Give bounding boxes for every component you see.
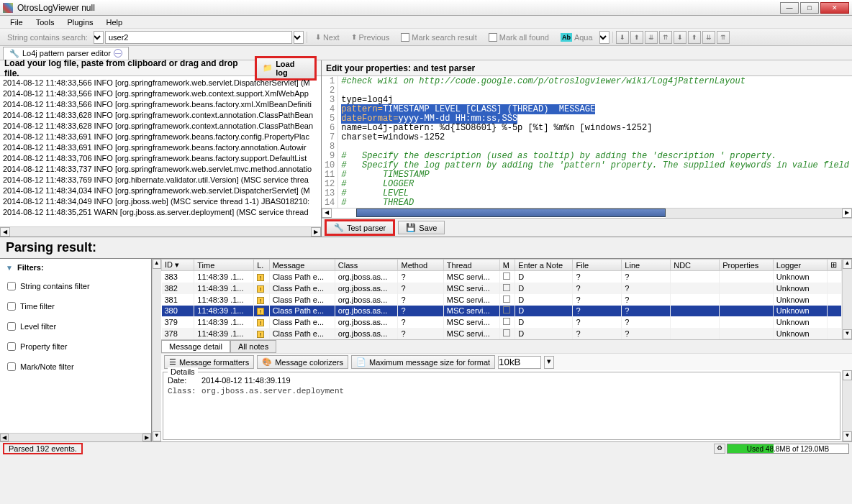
search-history-combo[interactable]: [294, 31, 304, 44]
code-hscroll[interactable]: ◀▶: [322, 208, 852, 218]
mark-checkbox[interactable]: [503, 272, 510, 280]
col-header[interactable]: File: [573, 260, 622, 271]
tool-btn-6[interactable]: ⬆: [688, 31, 701, 44]
minimize-button[interactable]: —: [780, 2, 799, 14]
events-table[interactable]: ID ▾TimeL.MessageClassMethodThreadMEnter…: [161, 259, 842, 339]
search-label: String contains search:: [3, 33, 92, 42]
maximize-button[interactable]: □: [800, 2, 819, 14]
tab-message-detail[interactable]: Message detail: [161, 340, 230, 353]
close-button[interactable]: ✕: [820, 2, 849, 14]
filters-label: Filters:: [17, 263, 44, 272]
parsing-result-header: Parsing result:: [0, 237, 852, 259]
load-instructions: Load your log file, paste from clipboard…: [4, 58, 255, 78]
col-header[interactable]: Logger: [773, 260, 827, 271]
col-header[interactable]: NDC: [671, 260, 720, 271]
table-row[interactable]: 38311:48:39 .1...! Class Path e...org.jb…: [162, 271, 842, 283]
table-row[interactable]: 38211:48:39 .1...! Class Path e...org.jb…: [162, 283, 842, 294]
filter-item-0[interactable]: String contains filter: [0, 276, 151, 296]
gc-button[interactable]: ♻: [714, 444, 725, 454]
raw-log-textarea[interactable]: 2014-08-12 11:48:33,566 INFO [org.spring…: [0, 76, 321, 226]
line-gutter: 12345678910111213141516: [322, 76, 338, 208]
col-header[interactable]: Thread: [443, 260, 499, 271]
memory-bar[interactable]: Used 48.8MB of 129.0MB: [727, 444, 849, 454]
tool-btn-8[interactable]: ⇈: [717, 31, 730, 44]
size-dropdown-icon[interactable]: ▾: [544, 356, 554, 369]
max-size-combo[interactable]: [498, 356, 541, 369]
toolbar: String contains search: ⬇Next ⬆Previous …: [0, 29, 852, 46]
filter-checkbox[interactable]: [7, 322, 16, 331]
table-row[interactable]: 37811:48:39 .1...! Class Path e...org.jb…: [162, 328, 842, 339]
details-box: Details Date: 2014-08-12 11:48:39.119 Cl…: [163, 372, 840, 440]
mark-result-checkbox[interactable]: Mark search result: [396, 31, 481, 44]
search-type-combo[interactable]: [94, 31, 104, 44]
filter-item-2[interactable]: Level filter: [0, 316, 151, 336]
tool-btn-2[interactable]: ⬆: [630, 31, 643, 44]
log-source-pane: Load your log file, paste from clipboard…: [0, 60, 322, 237]
col-header[interactable]: Properties: [720, 260, 774, 271]
hscroll[interactable]: ◀▶: [0, 226, 321, 237]
filter-item-4[interactable]: Mark/Note filter: [0, 357, 151, 377]
col-header[interactable]: M: [499, 260, 515, 271]
color-combo[interactable]: [599, 31, 609, 44]
warn-icon: !: [257, 319, 264, 326]
test-parser-button[interactable]: 🔧Test parser: [325, 219, 395, 236]
menu-tools[interactable]: Tools: [30, 17, 60, 27]
filter-checkbox[interactable]: [7, 362, 16, 371]
col-header[interactable]: Enter a Note: [515, 260, 573, 271]
filters-hscroll[interactable]: ◀▶: [0, 433, 151, 441]
properties-title: Edit your properties: and test parser: [326, 63, 475, 73]
details-vscroll[interactable]: ▲▼: [842, 370, 852, 441]
tool-btn-4[interactable]: ⇈: [659, 31, 672, 44]
menu-plugins[interactable]: Plugins: [61, 17, 99, 27]
filter-checkbox[interactable]: [7, 302, 16, 311]
tool-btn-5[interactable]: ⬇: [674, 31, 686, 44]
filter-checkbox[interactable]: [7, 342, 16, 351]
mark-checkbox[interactable]: [503, 295, 510, 303]
mark-checkbox[interactable]: [503, 284, 510, 291]
table-row[interactable]: 38011:48:39 .1...! Class Path e...org.jb…: [162, 306, 842, 317]
col-header[interactable]: L.: [254, 260, 270, 271]
mark-checkbox[interactable]: [503, 329, 510, 336]
tool-btn-7[interactable]: ⇊: [702, 31, 715, 44]
next-button[interactable]: ⬇Next: [310, 31, 345, 44]
mark-checkbox[interactable]: [503, 318, 510, 325]
col-header[interactable]: Line: [622, 260, 671, 271]
properties-pane: Edit your properties: and test parser 12…: [322, 60, 852, 237]
mark-all-button[interactable]: Mark all found: [484, 31, 554, 44]
tab-close-icon[interactable]: —: [114, 49, 122, 58]
funnel-icon: [6, 263, 13, 272]
col-header[interactable]: Message: [269, 260, 335, 271]
filter-item-3[interactable]: Property filter: [0, 336, 151, 357]
detail-tabs: Message detail All notes: [161, 339, 852, 353]
message-colorizers-button[interactable]: 🎨Message colorizers: [257, 355, 348, 369]
menu-help[interactable]: Help: [101, 17, 129, 27]
warn-icon: !: [257, 331, 264, 338]
previous-button[interactable]: ⬆Previous: [346, 31, 395, 44]
filter-checkbox[interactable]: [7, 282, 16, 290]
col-header[interactable]: ID ▾: [162, 260, 194, 271]
wrench-icon: 🔧: [334, 223, 344, 232]
palette-icon: 🎨: [262, 357, 272, 367]
table-row[interactable]: 37911:48:39 .1...! Class Path e...org.jb…: [162, 316, 842, 328]
col-header[interactable]: Class: [335, 260, 398, 271]
col-header[interactable]: Method: [398, 260, 443, 271]
filters-pane: Filters: String contains filter Time fil…: [0, 259, 152, 441]
events-pane: ID ▾TimeL.MessageClassMethodThreadMEnter…: [161, 259, 852, 441]
tool-btn-1[interactable]: ⬇: [616, 31, 629, 44]
tab-all-notes[interactable]: All notes: [230, 340, 276, 353]
down-arrow-icon: ⬇: [315, 33, 321, 41]
filters-vscroll[interactable]: ▲▼: [152, 259, 161, 441]
menu-file[interactable]: File: [4, 17, 29, 27]
col-config[interactable]: ⊞: [827, 260, 841, 271]
search-input[interactable]: [105, 31, 292, 44]
table-row[interactable]: 38111:48:39 .1...! Class Path e...org.jb…: [162, 294, 842, 306]
col-header[interactable]: Time: [194, 260, 254, 271]
tool-btn-3[interactable]: ⇊: [645, 31, 658, 44]
aqua-combo[interactable]: AbAqua: [556, 31, 598, 44]
mark-checkbox[interactable]: [503, 306, 510, 313]
class-label: Class:: [168, 387, 199, 395]
code-editor[interactable]: 12345678910111213141516 #check wiki on h…: [322, 76, 852, 208]
filter-item-1[interactable]: Time filter: [0, 296, 151, 316]
save-button[interactable]: 💾Save: [398, 221, 445, 234]
table-vscroll[interactable]: ▲▼: [842, 259, 852, 339]
